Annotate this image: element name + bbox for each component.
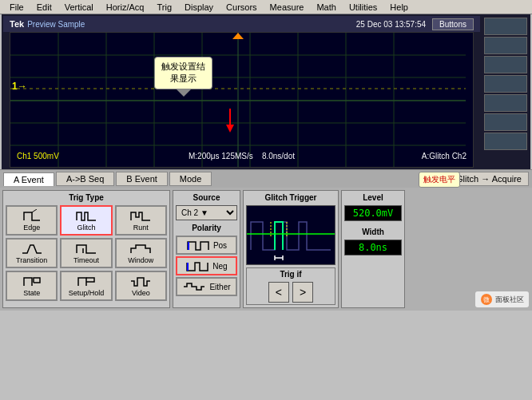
trig-type-grid: Edge Glitch Runt Transition	[6, 205, 167, 301]
trig-glitch-label: Glitch	[77, 224, 95, 232]
trigger-level-annotation: 触发电平	[419, 172, 460, 188]
level-value: 520.0mV	[344, 205, 402, 221]
polarity-title: Polarity	[176, 224, 237, 232]
trig-type-section: Trig Type Edge Glitch Runt	[2, 190, 170, 308]
trig-video-label: Video	[132, 289, 150, 297]
trig-state[interactable]: State	[6, 271, 58, 301]
buttons-button[interactable]: Buttons	[432, 18, 474, 30]
glitch-diagram-svg	[247, 206, 335, 266]
source-polarity-section: Source Ch 2 ▼ Ch 1 Ch 3 Ch 4 Ext Polarit…	[173, 190, 240, 308]
scope-status-preview: Preview Sample	[27, 20, 85, 29]
ch1-level-marker: 1→	[12, 81, 27, 92]
trig-timeout-label: Timeout	[73, 256, 99, 264]
scope-datetime: 25 Dec 03 13:57:54	[356, 20, 426, 29]
pol-pos-label: Pos	[213, 241, 227, 250]
trigif-section: Trig if < >	[246, 267, 335, 305]
scope-title: Tek	[10, 19, 24, 29]
trigif-title: Trig if	[248, 270, 333, 279]
trig-edge-label: Edge	[23, 224, 40, 232]
menu-help[interactable]: Help	[383, 2, 415, 13]
pol-neg[interactable]: Neg	[176, 256, 237, 275]
trig-setup-hold-label: Setup/Hold	[69, 289, 105, 297]
right-btn-2[interactable]	[484, 37, 527, 54]
watermark: 微 面板社区	[475, 291, 529, 307]
menu-measure[interactable]: Measure	[264, 2, 311, 13]
polarity-section: Polarity Pos Neg	[176, 224, 237, 296]
tab-a-event[interactable]: A Event	[3, 172, 54, 186]
svg-marker-15	[232, 33, 244, 39]
pol-either-label: Either	[209, 283, 230, 291]
timebase-value: M:200μs 125MS/s	[189, 152, 253, 160]
menu-math[interactable]: Math	[310, 2, 342, 13]
trigger-result-annotation: 触发设置结 果显示	[154, 57, 212, 89]
trig-timeout[interactable]: Timeout	[60, 238, 112, 268]
svg-marker-18	[226, 125, 234, 133]
tab-mode[interactable]: Mode	[169, 172, 212, 186]
waveform-area: 1→ Ch1 500mV M:200μs 125MS/s 8.0ns/dot A…	[10, 32, 474, 168]
trig-runt-label: Runt	[133, 224, 149, 232]
glitch-trigger-section: Glitch Trigger	[243, 190, 339, 308]
width-title: Width	[344, 228, 402, 236]
tab-b-event[interactable]: B Event	[116, 172, 168, 186]
right-btn-5[interactable]	[484, 94, 527, 112]
right-btn-4[interactable]	[484, 75, 527, 93]
right-panel	[482, 16, 529, 168]
menu-utilities[interactable]: Utilities	[343, 2, 383, 13]
menu-trig[interactable]: Trig	[150, 2, 178, 13]
trig-transition[interactable]: Transition	[6, 238, 58, 268]
bubble-arrow	[214, 109, 246, 133]
trig-window-label: Window	[128, 256, 153, 264]
trigger-level-text: 触发电平	[423, 175, 455, 184]
menu-file[interactable]: File	[3, 2, 30, 13]
svg-text:微: 微	[483, 296, 490, 303]
trigif-less-btn[interactable]: <	[268, 282, 289, 303]
grid-svg	[10, 33, 473, 167]
menu-vertical[interactable]: Vertical	[58, 2, 100, 13]
trig-runt[interactable]: Runt	[115, 205, 167, 236]
trigif-buttons: < >	[248, 282, 333, 303]
right-btn-1[interactable]	[484, 18, 527, 35]
trig-edge[interactable]: Edge	[6, 205, 58, 236]
glitch-title: Glitch Trigger	[246, 193, 335, 202]
menu-horiz-acq[interactable]: Horiz/Acq	[100, 2, 151, 13]
timebase-info: M:200μs 125MS/s 8.0ns/dot	[189, 152, 295, 160]
trig-glitch[interactable]: Glitch	[60, 205, 112, 236]
svg-line-19	[32, 209, 37, 212]
menu-bar: File Edit Vertical Horiz/Acq Trig Displa…	[0, 0, 532, 14]
level-width-section: Level 520.0mV Width 8.0ns	[341, 190, 405, 308]
right-btn-7[interactable]	[484, 133, 527, 150]
right-btn-6[interactable]	[484, 113, 527, 131]
scope-top-bar: Tek Preview Sample 25 Dec 03 13:57:54 Bu…	[3, 16, 480, 32]
trigif-greater-btn[interactable]: >	[292, 282, 313, 303]
tab-ab-seq[interactable]: A->B Seq	[56, 172, 114, 186]
glitch-diagram	[246, 205, 335, 265]
trig-window[interactable]: Window	[115, 238, 167, 268]
watermark-icon: 微	[480, 293, 493, 306]
menu-cursors[interactable]: Cursors	[220, 2, 264, 13]
trigger-info: A:Glitch Ch2	[422, 152, 466, 160]
trig-setup-hold[interactable]: Setup/Hold	[60, 271, 112, 301]
trigger-info-text: A:Glitch Ch2	[422, 152, 466, 160]
trig-state-label: State	[23, 289, 40, 297]
sample-rate: 8.0ns/dot	[262, 152, 295, 160]
controls-panel: Trig Type Edge Glitch Runt	[0, 188, 532, 311]
source-title: Source	[176, 193, 237, 202]
pol-neg-label: Neg	[212, 262, 227, 271]
trig-section-title: Trig Type	[6, 193, 167, 202]
menu-display[interactable]: Display	[178, 2, 220, 13]
menu-edit[interactable]: Edit	[30, 2, 58, 13]
bubble-text: 触发设置结 果显示	[161, 61, 205, 83]
source-select[interactable]: Ch 2 ▼ Ch 1 Ch 3 Ch 4 Ext	[176, 205, 237, 220]
level-title: Level	[344, 193, 402, 202]
trig-video[interactable]: Video	[115, 271, 167, 301]
level-subsection: Level 520.0mV	[344, 193, 402, 224]
trig-transition-label: Transition	[16, 256, 47, 264]
pol-either[interactable]: Either	[176, 277, 237, 296]
watermark-text: 面板社区	[495, 295, 524, 305]
width-value: 8.0ns	[344, 240, 402, 255]
pol-pos[interactable]: Pos	[176, 236, 237, 255]
width-subsection: Width 8.0ns	[344, 228, 402, 255]
right-btn-3[interactable]	[484, 56, 527, 73]
channel-label: Ch1 500mV	[17, 152, 59, 160]
